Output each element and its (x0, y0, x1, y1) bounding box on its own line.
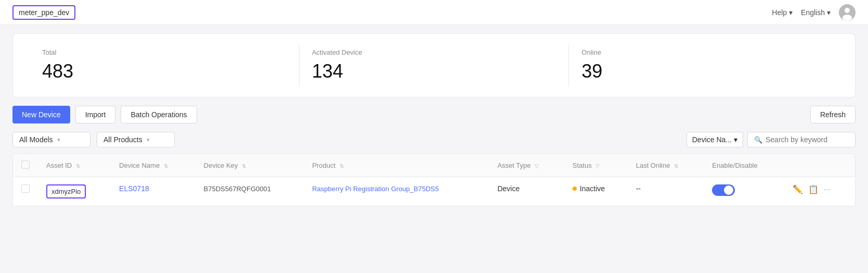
col-last-online: Last Online ⇅ (628, 154, 704, 177)
help-button[interactable]: Help ▾ (772, 8, 793, 17)
cell-status: Inactive (564, 177, 628, 206)
header-left: meter_ppe_dev (12, 8, 75, 17)
toolbar: New Device Import Batch Operations Refre… (0, 106, 868, 123)
all-products-select[interactable]: All Products ▾ (97, 132, 175, 147)
cell-last-online: -- (628, 177, 704, 206)
stat-total-label: Total (42, 48, 287, 56)
sort-icon: ⇅ (340, 163, 344, 169)
col-status: Status ▽ (564, 154, 628, 177)
device-name-select[interactable]: Device Na... ▾ (686, 132, 743, 147)
status-dot (573, 187, 577, 191)
all-models-label: All Models (19, 135, 53, 144)
all-products-label: All Products (103, 135, 142, 144)
filters-right: Device Na... ▾ 🔍 (686, 132, 856, 147)
import-button[interactable]: Import (75, 106, 116, 123)
cell-asset-id: xdmyzPio (38, 177, 111, 206)
row-checkbox[interactable] (21, 184, 30, 193)
chevron-down-icon: ▾ (147, 136, 150, 143)
product-link[interactable]: Raspberry Pi Registration Group_B75DS5 (312, 185, 439, 193)
refresh-button[interactable]: Refresh (810, 106, 856, 123)
sort-icon: ⇅ (164, 163, 168, 169)
filter-icon[interactable]: ▽ (535, 163, 539, 169)
cell-row-actions: ✏️ 📋 ··· (784, 177, 855, 206)
svg-point-2 (843, 15, 852, 21)
filters-bar: All Models ▾ All Products ▾ Device Na...… (0, 132, 868, 147)
edit-icon[interactable]: ✏️ (793, 184, 803, 194)
stat-activated: Activated Device 134 (299, 44, 569, 86)
col-asset-id: Asset ID ⇅ (38, 154, 111, 177)
filter-icon[interactable]: ▽ (595, 163, 600, 169)
user-avatar[interactable] (839, 4, 856, 21)
filters-left: All Models ▾ All Products ▾ (12, 132, 175, 147)
chevron-down-icon: ▾ (57, 136, 60, 143)
col-device-key: Device Key ⇅ (196, 154, 304, 177)
more-icon[interactable]: ··· (824, 185, 831, 194)
col-actions (784, 154, 855, 177)
stat-online-value: 39 (581, 60, 826, 82)
col-enable-disable: Enable/Disable (704, 154, 784, 177)
table-row: xdmyzPio ELS0718 B75DS567RQFG0001 Raspbe… (13, 177, 855, 206)
device-table: Asset ID ⇅ Device Name ⇅ Device Key ⇅ Pr… (12, 154, 856, 206)
cell-product: Raspberry Pi Registration Group_B75DS5 (304, 177, 489, 206)
stat-online: Online 39 (568, 44, 838, 86)
sort-icon: ⇅ (674, 163, 678, 169)
cell-enable-disable[interactable] (704, 177, 784, 206)
stat-online-label: Online (581, 48, 826, 56)
language-button[interactable]: English ▾ (801, 8, 831, 17)
all-models-select[interactable]: All Models ▾ (12, 132, 90, 147)
toolbar-right: Refresh (810, 106, 856, 123)
cell-device-key: B75DS567RQFG0001 (196, 177, 304, 206)
device-key-value: B75DS567RQFG0001 (204, 185, 271, 193)
last-online-value: -- (636, 184, 641, 193)
asset-type-value: Device (497, 184, 520, 193)
svg-point-1 (845, 8, 850, 13)
sort-icon: ⇅ (242, 163, 246, 169)
asset-id-value: xdmyzPio (46, 184, 86, 198)
enable-toggle[interactable] (712, 184, 735, 196)
table-header-row: Asset ID ⇅ Device Name ⇅ Device Key ⇅ Pr… (13, 154, 855, 177)
header: meter_ppe_dev Help ▾ English ▾ (0, 0, 868, 25)
device-name-label: Device Na... (692, 135, 732, 144)
new-device-button[interactable]: New Device (12, 106, 70, 123)
device-name-link[interactable]: ELS0718 (119, 184, 149, 193)
stat-total: Total 483 (30, 44, 299, 86)
app-name[interactable]: meter_ppe_dev (12, 5, 75, 20)
search-icon: 🔍 (754, 136, 762, 144)
copy-icon[interactable]: 📋 (808, 184, 819, 194)
batch-operations-button[interactable]: Batch Operations (121, 106, 197, 123)
stat-activated-label: Activated Device (312, 48, 556, 56)
status-value: Inactive (580, 184, 605, 193)
cell-device-name: ELS0718 (111, 177, 195, 206)
toolbar-left: New Device Import Batch Operations (12, 106, 197, 123)
col-device-name: Device Name ⇅ (111, 154, 195, 177)
search-box: 🔍 (747, 132, 856, 147)
search-input[interactable] (766, 135, 849, 144)
cell-asset-type: Device (489, 177, 564, 206)
select-all-checkbox[interactable] (21, 160, 30, 169)
stat-activated-value: 134 (312, 60, 556, 82)
stat-total-value: 483 (42, 60, 287, 82)
header-right: Help ▾ English ▾ (772, 4, 856, 21)
chevron-down-icon: ▾ (734, 135, 737, 144)
stats-bar: Total 483 Activated Device 134 Online 39 (12, 33, 856, 97)
sort-icon: ⇅ (76, 163, 80, 169)
col-product: Product ⇅ (304, 154, 489, 177)
col-asset-type: Asset Type ▽ (489, 154, 564, 177)
